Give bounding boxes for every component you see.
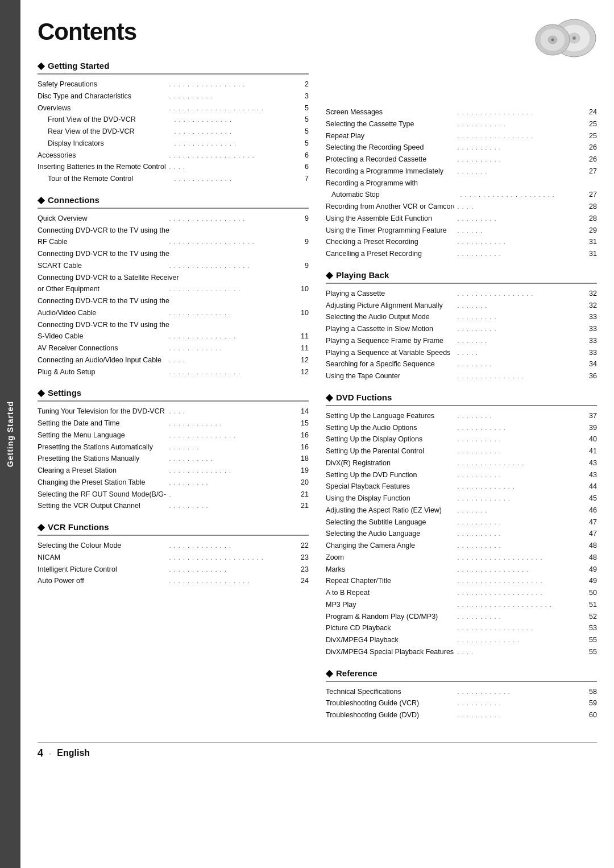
toc-page: 25 [584,119,597,130]
toc-entry: Playing a Sequence Frame by Frame . . . … [326,336,597,346]
toc-page: 12 [296,355,309,366]
toc-entry: Adjusting Picture Alignment Manually . .… [326,300,597,311]
toc-page: 33 [584,312,597,323]
toc-label: Using the Assemble Edit Function [326,213,454,224]
toc-entry: Safety Precautions . . . . . . . . . . .… [38,79,309,90]
toc-label: Cancelling a Preset Recording [326,249,454,259]
toc-entry: Overviews . . . . . . . . . . . . . . . … [38,103,309,114]
footer-number: 4 [38,747,43,759]
toc-entry: Special Playback Features . . . . . . . … [326,481,597,492]
toc-label: Using the Display Function [326,493,454,504]
toc-label: Selecting the Subtitle Language [326,517,454,528]
toc-page: 44 [584,481,597,492]
diamond-icon: ◆ [38,387,44,398]
toc-label: Program & Random Play (CD/MP3) [326,611,454,622]
toc-page: 52 [584,611,597,622]
toc-entry: DivX/MPEG4 Playback . . . . . . . . . . … [326,635,597,646]
toc-entry: Cancelling a Preset Recording . . . . . … [326,249,597,259]
diamond-icon: ◆ [38,522,44,532]
toc-label: Connecting DVD-VCR to the TV using the [38,296,309,307]
toc-entry: Recording a Programme Immediately . . . … [326,166,597,177]
toc-entry: Using the Tape Counter . . . . . . . . .… [326,371,597,382]
toc-entry: Setting Up the Display Options . . . . .… [326,434,597,445]
toc-page: 18 [296,453,309,464]
toc-dots: . . . . . . . . . . . . . . . . . . [167,576,296,586]
section-title-reference: Reference [336,668,377,678]
toc-entry: Rear View of the DVD-VCR . . . . . . . .… [38,126,309,137]
toc-label: or Other Equipment [38,284,166,295]
toc-dots: . . . . . . . . . . . . . . . . . . . [455,553,584,563]
toc-page: 39 [584,423,597,433]
toc-entry: Zoom . . . . . . . . . . . . . . . . . .… [326,552,597,563]
toc-entries-settings: Tuning Your Television for the DVD-VCR .… [38,406,309,511]
toc-label: Connecting DVD-VCR to the TV using the [38,249,309,259]
section-header-reference: ◆ Reference [326,668,597,682]
toc-dots: . . . . . . . . . . . . . [455,482,584,492]
toc-entries-connections: Quick Overview . . . . . . . . . . . . .… [38,213,309,378]
toc-label: Adjusting Picture Alignment Manually [326,300,454,311]
toc-label: Special Playback Features [326,481,454,492]
toc-label: Searching for a Specific Sequence [326,359,454,370]
toc-page: 5 [296,138,309,149]
toc-entry: Presetting the Stations Manually . . . .… [38,453,309,464]
toc-entry: Changing the Preset Station Table . . . … [38,477,309,488]
toc-page: 24 [296,576,309,586]
toc-entries-vcr-functions: Selecting the Colour Mode . . . . . . . … [38,540,309,586]
toc-dots: . . . . . . . . . . . . . . . . [167,367,296,378]
toc-page: 10 [296,308,309,319]
toc-dots: . . . . . . . . . . [455,541,584,551]
toc-entry: SCART Cable . . . . . . . . . . . . . . … [38,261,309,271]
toc-page: 25 [584,131,597,142]
toc-entry: Selecting the Audio Output Mode . . . . … [326,312,597,323]
toc-page: 29 [584,225,597,236]
svg-point-7 [551,39,554,42]
toc-entry: Playing a Cassette in Slow Motion . . . … [326,324,597,334]
toc-label: Selecting the Recording Speed [326,142,454,153]
toc-dots: . . . . . . . . . . . . . [172,127,296,137]
section-title-playing-back: Playing Back [336,270,389,280]
toc-entry: Selecting the RF OUT Sound Mode(B/G-D/K)… [38,489,309,500]
toc-label: Setting Up the Display Options [326,434,454,445]
toc-entry: Setting Up the DVD Function . . . . . . … [326,470,597,481]
toc-entry: Using the Assemble Edit Function . . . .… [326,213,597,224]
toc-page: 32 [584,300,597,311]
toc-label: Recording a Programme Immediately [326,166,454,177]
toc-dots: . . . . . . . . . . [455,143,584,153]
toc-dots: . . . . . . . . . . [455,435,584,445]
toc-entry: Disc Type and Characteristics . . . . . … [38,91,309,102]
toc-page: 15 [296,418,309,429]
toc-entry: Picture CD Playback . . . . . . . . . . … [326,623,597,634]
toc-dots: . . . . . . . . . . . [455,119,584,130]
toc-label: Using the Timer Programming Feature [326,225,454,236]
toc-label: Connecting DVD-VCR to the TV using the [38,225,309,236]
footer-dash: - [49,749,51,758]
toc-entry: Checking a Preset Recording . . . . . . … [326,237,597,247]
toc-label: Setting Up the Audio Options [326,423,454,433]
toc-entry: Connecting DVD-VCR to the TV using the [38,225,309,236]
toc-dots: . . . . . . . [455,336,584,346]
toc-dots: . . . . . . . . . [167,478,296,488]
toc-label: Repeat Play [326,131,454,142]
toc-page: 31 [584,249,597,259]
toc-label: Connecting DVD-VCR to the TV using the [38,320,309,330]
toc-page: 32 [584,288,597,299]
toc-dots: . . . . . . . . [455,359,584,370]
toc-label: Tour of the Remote Control [48,173,171,184]
toc-page: 50 [584,588,597,598]
toc-entry: Inserting Batteries in the Remote Contro… [38,162,309,172]
toc-page: 55 [584,635,597,646]
toc-label: Zoom [326,552,454,563]
toc-page: 34 [584,359,597,370]
section-header-getting-started: ◆ Getting Started [38,60,309,75]
toc-dots: . . . . . . . . . . . . . . . [455,371,584,382]
toc-entry: NICAM . . . . . . . . . . . . . . . . . … [38,552,309,563]
toc-page: 14 [296,406,309,417]
toc-dots: . . . . . . [455,226,584,236]
toc-entry: Setting the Date and Time . . . . . . . … [38,418,309,429]
toc-label: Setting the VCR Output Channel [38,501,166,511]
toc-label: Changing the Camera Angle [326,540,454,551]
toc-page: 43 [584,470,597,481]
toc-dots: . . . . . [455,348,584,358]
toc-page: 47 [584,517,597,528]
toc-label: Selecting the Audio Language [326,528,454,539]
